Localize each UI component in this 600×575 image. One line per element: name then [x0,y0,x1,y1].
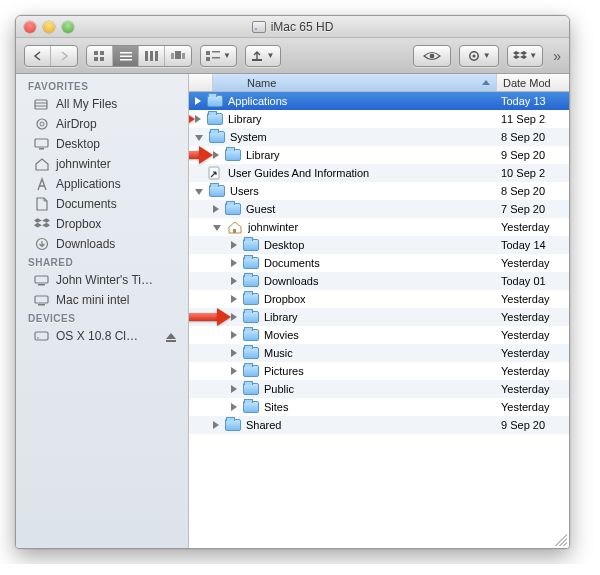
resize-grip[interactable] [555,534,567,546]
disclosure-triangle[interactable] [231,313,237,321]
zoom-button[interactable] [62,21,74,33]
close-button[interactable] [24,21,36,33]
file-row[interactable]: Library9 Sep 20 [189,146,569,164]
eject-button[interactable] [166,333,176,339]
minimize-button[interactable] [43,21,55,33]
view-icons-button[interactable] [87,46,113,66]
sidebar-item[interactable]: Dropbox [16,214,188,234]
file-row[interactable]: DocumentsYesterday [189,254,569,272]
folder-docs-icon [243,256,259,270]
column-name[interactable]: Name [213,74,497,91]
disclosure-triangle[interactable] [195,97,201,105]
share-button[interactable]: ▼ [246,46,280,66]
disclosure-triangle[interactable] [213,225,221,231]
svg-rect-33 [35,332,48,340]
disclosure-triangle[interactable] [195,189,203,195]
sidebar-item-label: Dropbox [56,217,101,231]
sidebar-item[interactable]: All My Files [16,94,188,114]
sidebar-item[interactable]: Desktop [16,134,188,154]
column-disclosure[interactable] [189,74,213,91]
shared-computer-icon [34,293,50,307]
svg-point-25 [40,122,44,126]
disclosure-triangle[interactable] [231,331,237,339]
folder-users-icon [209,184,225,198]
svg-point-34 [37,337,39,339]
sidebar-header[interactable]: SHARED [16,254,188,270]
file-row[interactable]: Library11 Sep 2 [189,110,569,128]
file-row[interactable]: System8 Sep 20 [189,128,569,146]
sidebar-item[interactable]: AirDrop [16,114,188,134]
sidebar-header[interactable]: DEVICES [16,310,188,326]
file-row[interactable]: Guest7 Sep 20 [189,200,569,218]
sidebar-item-label: Mac mini intel [56,293,129,307]
disclosure-triangle[interactable] [231,241,237,249]
disclosure-triangle[interactable] [231,259,237,267]
svg-rect-10 [171,53,174,59]
sidebar-item[interactable]: Applications [16,174,188,194]
disclosure-triangle[interactable] [231,403,237,411]
sidebar-item-label: Desktop [56,137,100,151]
file-row[interactable]: LibraryYesterday [189,308,569,326]
file-row[interactable]: PublicYesterday [189,380,569,398]
disclosure-triangle[interactable] [231,277,237,285]
file-row[interactable]: johnwinterYesterday [189,218,569,236]
file-date: Yesterday [497,383,569,395]
back-button[interactable] [25,46,51,66]
sidebar-item[interactable]: Downloads [16,234,188,254]
file-row[interactable]: MusicYesterday [189,344,569,362]
file-row[interactable]: User Guides And Information10 Sep 2 [189,164,569,182]
toolbar-overflow-button[interactable]: » [551,48,561,64]
svg-rect-35 [209,167,219,179]
file-row[interactable]: DownloadsToday 01 [189,272,569,290]
sidebar-item[interactable]: Mac mini intel [16,290,188,310]
view-list-button[interactable] [113,46,139,66]
folder-icon [225,148,241,162]
home-icon [227,220,243,234]
sidebar-item[interactable]: johnwinter [16,154,188,174]
file-name: Library [246,149,497,161]
disclosure-triangle[interactable] [231,367,237,375]
view-coverflow-button[interactable] [165,46,191,66]
file-row[interactable]: Shared9 Sep 20 [189,416,569,434]
column-date[interactable]: Date Mod [497,74,569,91]
quicklook-button[interactable] [414,46,450,66]
file-row[interactable]: DropboxYesterday [189,290,569,308]
disclosure-triangle[interactable] [195,135,203,141]
sidebar-item[interactable]: John Winter's Ti… [16,270,188,290]
column-header: Name Date Mod [189,74,569,92]
file-row[interactable]: Users8 Sep 20 [189,182,569,200]
folder-sites-icon [243,400,259,414]
arrange-button[interactable]: ▼ [201,46,236,66]
window-title: iMac 65 HD [252,20,334,34]
disclosure-triangle[interactable] [213,421,219,429]
disclosure-triangle[interactable] [231,385,237,393]
file-row[interactable]: MoviesYesterday [189,326,569,344]
disclosure-triangle[interactable] [195,115,201,123]
disclosure-triangle[interactable] [213,205,219,213]
forward-button[interactable] [51,46,77,66]
disclosure-triangle[interactable] [213,151,219,159]
file-date: 9 Sep 20 [497,149,569,161]
sidebar-item-label: johnwinter [56,157,111,171]
sidebar-header[interactable]: FAVORITES [16,78,188,94]
sidebar-item-label: Downloads [56,237,115,251]
file-row[interactable]: PicturesYesterday [189,362,569,380]
titlebar[interactable]: iMac 65 HD [16,16,569,38]
view-columns-button[interactable] [139,46,165,66]
folder-sys-icon [209,130,225,144]
dropbox-toolbar-button[interactable]: ▼ [508,46,542,66]
file-date: Today 14 [497,239,569,251]
sidebar[interactable]: FAVORITESAll My FilesAirDropDesktopjohnw… [16,74,189,548]
sidebar-item[interactable]: Documents [16,194,188,214]
file-row[interactable]: ApplicationsToday 13 [189,92,569,110]
file-row[interactable]: SitesYesterday [189,398,569,416]
disclosure-triangle[interactable] [231,349,237,357]
action-menu-button[interactable]: ▼ [460,46,498,66]
sidebar-item-label: OS X 10.8 Cl… [56,329,138,343]
sidebar-item[interactable]: OS X 10.8 Cl… [16,326,188,346]
svg-rect-26 [35,139,48,147]
svg-rect-9 [155,51,158,61]
file-row[interactable]: DesktopToday 14 [189,236,569,254]
disclosure-triangle[interactable] [231,295,237,303]
rows-container[interactable]: ApplicationsToday 13Library11 Sep 2Syste… [189,92,569,548]
